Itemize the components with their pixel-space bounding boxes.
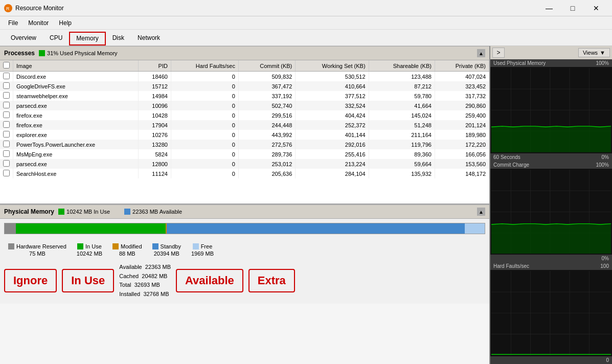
row-private: 172,220 (435, 140, 489, 149)
row-private: 259,400 (435, 110, 489, 120)
row-checkbox[interactable] (3, 131, 10, 138)
svg-text:R: R (6, 6, 10, 11)
row-hard-faults: 0 (171, 149, 238, 159)
row-working-set: 404,424 (296, 110, 369, 120)
row-working-set: 530,512 (296, 72, 369, 82)
row-hard-faults: 0 (171, 101, 238, 110)
expand-panel-btn[interactable]: > (492, 48, 505, 58)
legend-in-use-color (77, 243, 83, 249)
col-commit[interactable]: Commit (KB) (238, 60, 295, 72)
col-hard-faults[interactable]: Hard Faults/sec (171, 60, 238, 72)
legend-in-use-value: 10242 MB (77, 251, 102, 257)
svg-marker-10 (491, 126, 611, 152)
row-checkbox-cell[interactable] (0, 149, 13, 159)
close-button[interactable]: ✕ (584, 0, 608, 16)
row-checkbox-cell[interactable] (0, 169, 13, 178)
bar-free (465, 223, 484, 234)
processes-status-text: 31% Used Physical Memory (47, 50, 118, 56)
row-checkbox-cell[interactable] (0, 110, 13, 120)
process-table: Image PID Hard Faults/sec Commit (KB) Wo… (0, 60, 489, 178)
app-icon: R (4, 4, 12, 12)
graph-used-memory-zero: 0% (602, 154, 609, 160)
row-shareable: 89,360 (369, 149, 435, 159)
process-table-wrapper[interactable]: Image PID Hard Faults/sec Commit (KB) Wo… (0, 60, 489, 203)
row-checkbox-cell[interactable] (0, 130, 13, 140)
memory-header[interactable]: Physical Memory 10242 MB In Use 22363 MB… (0, 204, 489, 219)
tab-cpu[interactable]: CPU (43, 32, 69, 46)
annotation-in-use: In Use (62, 269, 114, 292)
row-shareable: 119,796 (369, 140, 435, 149)
graph-used-memory-seconds: 60 Seconds (493, 154, 520, 160)
row-checkbox-cell[interactable] (0, 120, 13, 130)
table-row: firefox.exe 10428 0 299,516 404,424 145,… (0, 110, 489, 120)
row-checkbox[interactable] (3, 170, 10, 176)
stat-cached-value: 20482 MB (142, 273, 167, 279)
row-checkbox[interactable] (3, 160, 10, 167)
row-pid: 14984 (138, 91, 171, 101)
graph-used-memory-svg (491, 68, 611, 152)
tab-disk[interactable]: Disk (106, 32, 131, 46)
row-checkbox-cell[interactable] (0, 91, 13, 101)
row-commit: 443,992 (238, 130, 295, 140)
menu-file[interactable]: File (4, 18, 22, 28)
graph-hard-faults-section: Hard Faults/sec 100 (490, 262, 612, 364)
row-checkbox-cell[interactable] (0, 159, 13, 169)
row-checkbox[interactable] (3, 102, 10, 108)
legend-modified: Modified 88 MB (112, 243, 142, 257)
row-checkbox[interactable] (3, 82, 10, 89)
row-commit: 502,740 (238, 101, 295, 110)
stat-available-value: 22363 MB (145, 264, 171, 270)
row-checkbox-cell[interactable] (0, 101, 13, 110)
svg-marker-19 (491, 223, 611, 254)
col-pid[interactable]: PID (138, 60, 171, 72)
row-checkbox-cell[interactable] (0, 140, 13, 149)
row-hard-faults: 0 (171, 159, 238, 169)
graph-hard-faults-svg (491, 271, 611, 355)
views-button[interactable]: Views ▼ (578, 48, 610, 57)
graph-hard-faults-bottom: 0 (490, 356, 612, 364)
tab-overview[interactable]: Overview (4, 32, 43, 46)
col-working-set[interactable]: Working Set (KB) (296, 60, 369, 72)
row-checkbox[interactable] (3, 73, 10, 79)
tab-memory[interactable]: Memory (69, 32, 105, 46)
row-checkbox-cell[interactable] (0, 81, 13, 91)
col-private[interactable]: Private (KB) (435, 60, 489, 72)
menu-help[interactable]: Help (55, 18, 76, 28)
graph-hard-faults-title: Hard Faults/sec (493, 263, 529, 269)
tab-network[interactable]: Network (131, 32, 167, 46)
status-dot-green (39, 50, 45, 56)
graph-used-memory-area (490, 67, 612, 153)
col-shareable[interactable]: Shareable (KB) (369, 60, 435, 72)
memory-collapse-btn[interactable]: ▲ (477, 208, 485, 216)
legend-in-use: In Use 10242 MB (77, 243, 102, 257)
row-working-set: 410,664 (296, 81, 369, 91)
maximize-button[interactable]: □ (561, 0, 584, 16)
annotation-available: Available (176, 269, 243, 292)
row-checkbox[interactable] (3, 111, 10, 118)
row-private: 189,980 (435, 130, 489, 140)
row-shareable: 211,164 (369, 130, 435, 140)
row-shareable: 59,664 (369, 159, 435, 169)
menu-monitor[interactable]: Monitor (24, 18, 53, 28)
legend-standby-value: 20394 MB (154, 251, 179, 257)
processes-collapse-btn[interactable]: ▲ (477, 49, 485, 57)
row-private: 201,124 (435, 120, 489, 130)
row-working-set: 213,224 (296, 159, 369, 169)
minimize-button[interactable]: — (537, 0, 561, 16)
row-checkbox[interactable] (3, 141, 10, 147)
row-checkbox-cell[interactable] (0, 72, 13, 82)
row-private: 166,056 (435, 149, 489, 159)
table-row: explorer.exe 10276 0 443,992 401,144 211… (0, 130, 489, 140)
row-checkbox[interactable] (3, 92, 10, 99)
graph-used-memory-label-bar: Used Physical Memory 100% (490, 59, 612, 67)
row-checkbox[interactable] (3, 150, 10, 157)
available-dot (124, 209, 130, 215)
row-private: 153,560 (435, 159, 489, 169)
row-checkbox[interactable] (3, 121, 10, 128)
legend-free-top: Free (193, 243, 213, 249)
select-all-checkbox[interactable] (3, 62, 10, 69)
col-image[interactable]: Image (13, 60, 139, 72)
row-shareable: 59,780 (369, 91, 435, 101)
row-private: 148,172 (435, 169, 489, 178)
processes-header[interactable]: Processes 31% Used Physical Memory ▲ (0, 46, 489, 60)
